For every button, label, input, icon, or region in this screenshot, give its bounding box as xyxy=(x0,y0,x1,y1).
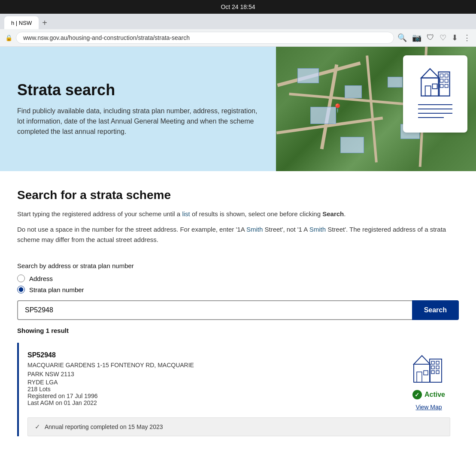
check-icon: ✓ xyxy=(412,390,422,399)
hero-right: 📍 xyxy=(276,47,476,171)
search-form: Search by address or strata plan number … xyxy=(17,262,459,334)
top-bar: Oct 24 18:54 xyxy=(0,0,476,14)
datetime: Oct 24 18:54 xyxy=(221,3,255,10)
radio-group: Address Strata plan number xyxy=(17,275,459,293)
result-address-line1: MACQUARIE GARDENS 1-15 FONTENOY RD, MACQ… xyxy=(27,361,399,370)
doc-lines-icon xyxy=(416,100,455,124)
svg-rect-18 xyxy=(424,371,428,375)
svg-rect-9 xyxy=(440,85,443,88)
status-badge: ✓ Active xyxy=(412,390,445,399)
svg-rect-24 xyxy=(431,371,434,374)
showing-result: Showing 1 result xyxy=(17,327,459,334)
result-card: SP52948 MACQUARIE GARDENS 1-15 FONTENOY … xyxy=(17,343,459,436)
radio-address-text: Address xyxy=(29,275,53,282)
svg-rect-25 xyxy=(436,371,439,374)
browser-actions: 🔍 📷 🛡 ♡ ⬇ ⋮ xyxy=(397,33,471,42)
annual-report-check-icon: ✓ xyxy=(35,423,40,431)
svg-rect-0 xyxy=(421,78,439,96)
new-tab-button[interactable]: + xyxy=(39,17,51,29)
svg-rect-6 xyxy=(445,74,448,77)
svg-rect-3 xyxy=(432,84,437,89)
building-icon xyxy=(418,64,452,100)
result-lots: 218 Lots xyxy=(27,386,399,393)
radio-strata-label[interactable]: Strata plan number xyxy=(17,286,459,293)
result-lga: RYDE LGA xyxy=(27,379,399,386)
address-bar: 🔒 www.nsw.gov.au/housing-and-constructio… xyxy=(0,29,476,46)
result-right: ✓ Active View Map xyxy=(407,351,450,411)
svg-rect-17 xyxy=(417,372,422,382)
hero-description: Find publicly available data, including … xyxy=(17,106,259,137)
main-content: Search for a strata scheme Start typing … xyxy=(0,171,476,445)
annual-report-banner: ✓ Annual reporting completed on 15 May 2… xyxy=(27,417,450,436)
browser-chrome: h | NSW + 🔒 www.nsw.gov.au/housing-and-c… xyxy=(0,14,476,47)
url-field[interactable]: www.nsw.gov.au/housing-and-construction/… xyxy=(16,32,394,44)
svg-rect-22 xyxy=(431,366,434,369)
strata-icon-overlay xyxy=(403,55,467,133)
status-text: Active xyxy=(424,391,445,399)
search-input[interactable] xyxy=(17,300,412,320)
svg-rect-2 xyxy=(425,86,431,96)
svg-rect-23 xyxy=(436,366,439,369)
menu-icon[interactable]: ⋮ xyxy=(463,33,471,42)
result-registered: Registered on 17 Jul 1996 xyxy=(27,393,399,399)
hero-left: Strata search Find publicly available da… xyxy=(0,47,276,171)
camera-icon[interactable]: 📷 xyxy=(412,33,421,42)
search-input-row: Search xyxy=(17,300,459,320)
hero-section: Strata search Find publicly available da… xyxy=(0,47,476,171)
result-card-inner: SP52948 MACQUARIE GARDENS 1-15 FONTENOY … xyxy=(27,351,450,417)
hero-title: Strata search xyxy=(17,81,259,99)
map-pin: 📍 xyxy=(332,103,343,113)
radio-strata[interactable] xyxy=(17,286,25,293)
search-browser-icon[interactable]: 🔍 xyxy=(397,33,407,42)
favorite-icon[interactable]: ♡ xyxy=(440,33,446,42)
svg-rect-7 xyxy=(440,79,443,82)
shield-icon[interactable]: 🛡 xyxy=(427,33,434,42)
svg-rect-5 xyxy=(440,74,443,77)
svg-marker-1 xyxy=(421,69,439,78)
svg-marker-16 xyxy=(414,356,430,364)
result-sp-number: SP52948 xyxy=(27,351,399,359)
svg-rect-21 xyxy=(436,361,439,364)
instruction-text-2: Do not use a space in the number for the… xyxy=(17,224,459,245)
result-building-icon xyxy=(412,351,446,386)
svg-rect-10 xyxy=(445,85,448,88)
radio-address-label[interactable]: Address xyxy=(17,275,459,282)
view-map-link[interactable]: View Map xyxy=(415,404,442,411)
instruction-text-1: Start typing the registered address of y… xyxy=(17,209,459,219)
tab-bar: h | NSW + xyxy=(0,14,476,29)
browser-tab[interactable]: h | NSW xyxy=(4,16,39,29)
radio-strata-text: Strata plan number xyxy=(29,286,84,293)
radio-address[interactable] xyxy=(17,275,25,282)
search-form-label: Search by address or strata plan number xyxy=(17,262,459,269)
search-button[interactable]: Search xyxy=(412,300,459,320)
tab-label: h | NSW xyxy=(11,20,32,26)
result-agm: Last AGM on 01 Jan 2022 xyxy=(27,399,399,406)
section-title: Search for a strata scheme xyxy=(17,188,459,202)
result-info: SP52948 MACQUARIE GARDENS 1-15 FONTENOY … xyxy=(27,351,399,411)
download-icon[interactable]: ⬇ xyxy=(452,33,458,42)
svg-rect-8 xyxy=(445,79,448,82)
lock-icon: 🔒 xyxy=(5,34,12,41)
svg-rect-20 xyxy=(431,361,434,364)
result-address-line2: PARK NSW 2113 xyxy=(27,370,399,379)
annual-report-text: Annual reporting completed on 15 May 202… xyxy=(45,423,163,430)
